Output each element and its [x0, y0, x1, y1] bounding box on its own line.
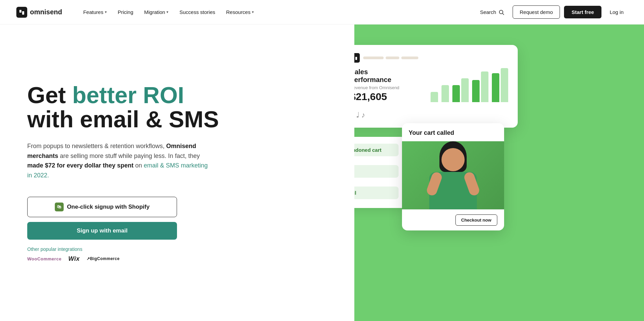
music-notes-icon: ♪ ♩ ♪ — [354, 111, 508, 119]
wix-logo: Wix — [68, 255, 80, 262]
hero-left: Get better ROI with email & SMS From pop… — [0, 25, 354, 321]
integration-logos: WooCommerce Wix ↗BigCommerce — [27, 255, 334, 262]
nav-migration[interactable]: Migration ▾ — [140, 6, 174, 18]
email-signup-button[interactable]: Sign up with email — [27, 222, 177, 240]
cta-group: 🛍 One-click signup with Shopify Sign up … — [27, 197, 177, 240]
hero-subtext: From popups to newsletters & retention w… — [27, 141, 211, 180]
integrations-section: Other popular integrations WooCommerce W… — [27, 246, 334, 262]
email-card-image — [402, 141, 504, 209]
bigcommerce-logo: ↗BigCommerce — [86, 256, 119, 261]
hero-section: Get better ROI with email & SMS From pop… — [0, 25, 644, 321]
svg-rect-0 — [19, 10, 21, 13]
logo[interactable]: omnisend — [16, 7, 62, 18]
search-icon — [498, 9, 504, 15]
chevron-down-icon: ▾ — [166, 10, 168, 14]
nav-actions: Search Request demo Start free Log in — [476, 5, 628, 19]
nav-links: Features ▾ Pricing Migration ▾ Success s… — [78, 6, 476, 18]
chevron-down-icon: ▾ — [105, 10, 107, 14]
dashboard-card: Salesperformance Revenue from Omnisend $… — [354, 45, 518, 128]
chevron-down-icon: ▾ — [252, 10, 254, 14]
sales-perf-title: Salesperformance — [354, 68, 400, 84]
checkout-now-button[interactable]: Checkout now — [455, 214, 497, 226]
hero-heading: Get better ROI with email & SMS — [27, 83, 334, 132]
nav-success-stories[interactable]: Success stories — [175, 6, 220, 18]
email-card-title: Your cart called — [402, 123, 504, 141]
dashboard-logo-icon — [354, 53, 360, 63]
login-link[interactable]: Log in — [606, 6, 628, 18]
workflow-item-email: Email — [354, 187, 399, 199]
bar-chart — [431, 68, 508, 102]
shopify-icon: 🛍 — [55, 203, 64, 211]
revenue-label: Revenue from Omnisend — [354, 85, 400, 90]
nav-pricing[interactable]: Pricing — [113, 6, 138, 18]
svg-point-2 — [499, 10, 503, 14]
navbar: omnisend Features ▾ Pricing Migration ▾ … — [0, 0, 644, 25]
nav-resources[interactable]: Resources ▾ — [221, 6, 259, 18]
shopify-signup-button[interactable]: 🛍 One-click signup with Shopify — [27, 197, 177, 217]
logo-text: omnisend — [30, 8, 62, 16]
request-demo-button[interactable]: Request demo — [513, 5, 560, 19]
search-button[interactable]: Search — [476, 6, 509, 18]
svg-line-3 — [502, 13, 504, 15]
email-preview-card: Your cart called Checkout now — [402, 123, 504, 230]
svg-rect-5 — [355, 57, 357, 60]
workflow-item-sms: SMS — [354, 165, 399, 178]
hero-right: Salesperformance Revenue from Omnisend $… — [354, 25, 644, 321]
start-free-button[interactable]: Start free — [564, 6, 601, 18]
workflow-item-abandoned-cart: Abandoned cart — [354, 144, 399, 156]
dashboard-header — [354, 53, 508, 63]
email-card-footer: Checkout now — [402, 209, 504, 230]
nav-features[interactable]: Features ▾ — [78, 6, 111, 18]
logo-icon — [16, 7, 27, 18]
svg-rect-1 — [22, 11, 24, 15]
revenue-amount: $21,605 — [354, 91, 400, 102]
woocommerce-logo: WooCommerce — [27, 256, 62, 261]
workflow-card: Abandoned cart SMS Email — [354, 137, 405, 208]
dashboard-header-bars — [363, 57, 418, 59]
integrations-label: Other popular integrations — [27, 246, 334, 252]
